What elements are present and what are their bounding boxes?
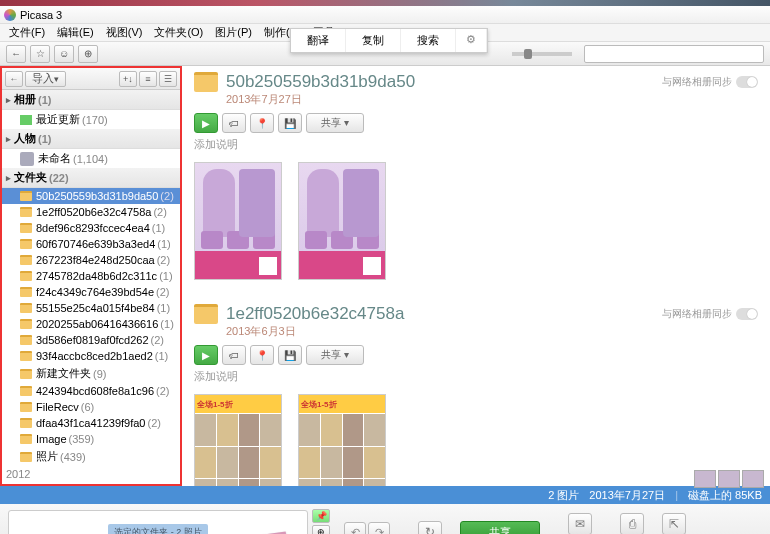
tree-folder-item[interactable]: 3d586ef0819af0fcd262 (2) (2, 332, 180, 348)
folder-icon (20, 335, 32, 345)
view-tree-button[interactable]: ☰ (159, 71, 177, 87)
menu-picture[interactable]: 图片(P) (210, 24, 257, 41)
disk-button[interactable]: 💾 (278, 345, 302, 365)
sync-toggle[interactable] (736, 308, 758, 320)
thumbnail[interactable] (194, 162, 282, 280)
folder-icon (20, 434, 32, 444)
statusbar: 2 图片 2013年7月27日 | 磁盘上的 85KB (0, 486, 770, 504)
geo-button[interactable]: 📍 (250, 113, 274, 133)
filter-star-button[interactable]: ☆ (30, 45, 50, 63)
sidebar-toolbar: ← 导入 ▾ +↓ ≡ ☰ (2, 68, 180, 90)
import-button[interactable]: 导入 ▾ (25, 71, 66, 87)
tree-folder-item[interactable]: 2020255ab06416436616 (1) (2, 316, 180, 332)
print-icon: ⎙ (620, 513, 644, 535)
overlay-copy[interactable]: 复制 (346, 29, 401, 52)
tree-folder-item[interactable]: 60f670746e639b3a3ed4 (1) (2, 236, 180, 252)
zoom-slider[interactable] (512, 52, 572, 56)
tree-folder-item[interactable]: 267223f84e248d250caa (2) (2, 252, 180, 268)
menu-view[interactable]: 视图(V) (101, 24, 148, 41)
folder-icon (20, 287, 32, 297)
folder-icon (20, 402, 32, 412)
side-up-button[interactable]: +↓ (119, 71, 137, 87)
context-overlay: 翻译 复制 搜索 ⚙ (290, 28, 488, 53)
album-caption[interactable]: 添加说明 (194, 137, 758, 152)
gear-icon[interactable]: ⚙ (456, 29, 487, 52)
tray-pin-button[interactable]: 📌 (312, 509, 330, 523)
main-content[interactable]: 50b250559b3d31b9da50与网络相册同步2013年7月27日▶🏷📍… (182, 66, 770, 486)
sidebar: ← 导入 ▾ +↓ ≡ ☰ 相册 (1) 最近更新 (170) 人物 (1) 未… (0, 66, 182, 486)
play-button[interactable]: ▶ (194, 345, 218, 365)
tree-section-albums[interactable]: 相册 (1) (2, 90, 180, 110)
overlay-search[interactable]: 搜索 (401, 29, 456, 52)
tree-folder-item[interactable]: 2745782da48b6d2c311c (1) (2, 268, 180, 284)
email-action[interactable]: ✉电子邮件 (558, 513, 602, 535)
folder-icon (20, 319, 32, 329)
album-caption[interactable]: 添加说明 (194, 369, 758, 384)
album-share-button[interactable]: 共享 ▾ (306, 345, 364, 365)
search-input[interactable] (584, 45, 764, 63)
play-button[interactable]: ▶ (194, 113, 218, 133)
tree-folder-item[interactable]: 新建文件夹 (9) (2, 364, 180, 383)
sync-label: 与网络相册同步 (662, 307, 758, 321)
share-button-icon: 共享 (460, 521, 540, 534)
tree-folder-item[interactable]: 8def96c8293fccec4ea4 (1) (2, 220, 180, 236)
tree-section-people[interactable]: 人物 (1) (2, 129, 180, 149)
sync-icon: ↻ (418, 521, 442, 534)
folder-icon (20, 191, 32, 201)
tree-folder-item[interactable]: 1e2ff0520b6e32c4758a (2) (2, 204, 180, 220)
app-title: Picasa 3 (20, 9, 62, 21)
folder-icon (20, 271, 32, 281)
person-icon (20, 152, 34, 166)
status-count: 2 图片 (548, 488, 579, 503)
tag-button[interactable]: 🏷 (222, 345, 246, 365)
filter-face-button[interactable]: ☺ (54, 45, 74, 63)
tree-folder-item[interactable]: 照片 (439) (2, 447, 180, 466)
recent-icon (20, 115, 32, 125)
tree-folder-item[interactable]: f24c4349c764e39bd54e (2) (2, 284, 180, 300)
album-share-button[interactable]: 共享 ▾ (306, 113, 364, 133)
tree-item-unnamed[interactable]: 未命名 (1,104) (2, 149, 180, 168)
share-action[interactable]: 共享 (460, 521, 540, 534)
geo-button[interactable]: 📍 (250, 345, 274, 365)
tree-folder-item[interactable]: FileRecv (6) (2, 399, 180, 415)
menu-file[interactable]: 文件(F) (4, 24, 50, 41)
thumbnail[interactable] (298, 162, 386, 280)
tree-folder-item[interactable]: 55155e25c4a015f4be84 (1) (2, 300, 180, 316)
back-button[interactable]: ← (6, 45, 26, 63)
tree-year: 2012 (2, 466, 180, 482)
export-action[interactable]: ⇱导出 (662, 513, 686, 535)
app-logo-icon (4, 9, 16, 21)
tree-folder-item[interactable]: 424394bcd608fe8a1c96 (2) (2, 383, 180, 399)
photo-tray[interactable]: 选定的文件夹 - 2 照片 (8, 510, 308, 534)
folder-tree[interactable]: 相册 (1) 最近更新 (170) 人物 (1) 未命名 (1,104) 文件夹… (2, 90, 180, 484)
tree-folder-item[interactable]: Image (359) (2, 431, 180, 447)
menu-folder[interactable]: 文件夹(O) (149, 24, 208, 41)
overlay-translate[interactable]: 翻译 (291, 29, 346, 52)
tree-folder-item[interactable]: dfaa43f1ca41239f9fa0 (2) (2, 415, 180, 431)
tray-add-button[interactable]: ⊕ (312, 525, 330, 534)
corner-thumbs (694, 470, 764, 488)
sync-action[interactable]: ↻ (418, 521, 442, 534)
filter-geo-button[interactable]: ⊕ (78, 45, 98, 63)
side-back-button[interactable]: ← (5, 71, 23, 87)
print-action[interactable]: ⎙打印 (620, 513, 644, 535)
tree-folder-item[interactable]: 50b250559b3d31b9da50 (2) (2, 188, 180, 204)
thumbnail[interactable]: 全场1-5折 (194, 394, 282, 486)
thumbnail[interactable]: 全场1-5折 (298, 394, 386, 486)
rotate-left-button[interactable]: ↶ (344, 522, 366, 534)
album-title: 50b250559b3d31b9da50 (226, 72, 415, 92)
rotate-right-button[interactable]: ↷ (368, 522, 390, 534)
tree-folder-item[interactable]: 93f4accbc8ced2b1aed2 (1) (2, 348, 180, 364)
tree-item-recent[interactable]: 最近更新 (170) (2, 110, 180, 129)
tree-section-folders[interactable]: 文件夹 (22) (2, 168, 180, 188)
thumbnail-row: 全场1-5折全场1-5折 (194, 390, 758, 486)
folder-icon (20, 386, 32, 396)
export-icon: ⇱ (662, 513, 686, 535)
status-date: 2013年7月27日 (589, 488, 665, 503)
disk-button[interactable]: 💾 (278, 113, 302, 133)
sync-toggle[interactable] (736, 76, 758, 88)
folder-icon (20, 255, 32, 265)
tag-button[interactable]: 🏷 (222, 113, 246, 133)
menu-edit[interactable]: 编辑(E) (52, 24, 99, 41)
view-flat-button[interactable]: ≡ (139, 71, 157, 87)
